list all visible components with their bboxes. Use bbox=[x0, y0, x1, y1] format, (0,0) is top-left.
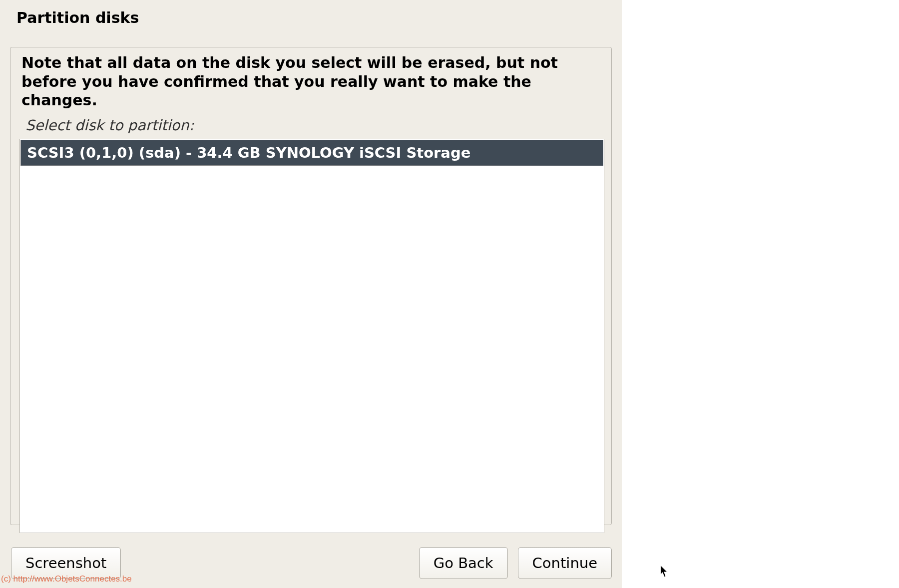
nav-button-group: Go Back Continue bbox=[419, 547, 612, 579]
disk-listbox[interactable]: SCSI3 (0,1,0) (sda) - 34.4 GB SYNOLOGY i… bbox=[19, 139, 604, 533]
blank-region bbox=[622, 0, 899, 588]
go-back-button[interactable]: Go Back bbox=[419, 547, 508, 579]
continue-button[interactable]: Continue bbox=[518, 547, 612, 579]
warning-text: Note that all data on the disk you selec… bbox=[10, 53, 611, 114]
select-prompt: Select disk to partition: bbox=[10, 114, 611, 139]
content-frame: Note that all data on the disk you selec… bbox=[10, 47, 612, 525]
disk-item-sda[interactable]: SCSI3 (0,1,0) (sda) - 34.4 GB SYNOLOGY i… bbox=[20, 140, 603, 166]
watermark-text: (c) http://www.ObjetsConnectes.be bbox=[1, 574, 132, 584]
